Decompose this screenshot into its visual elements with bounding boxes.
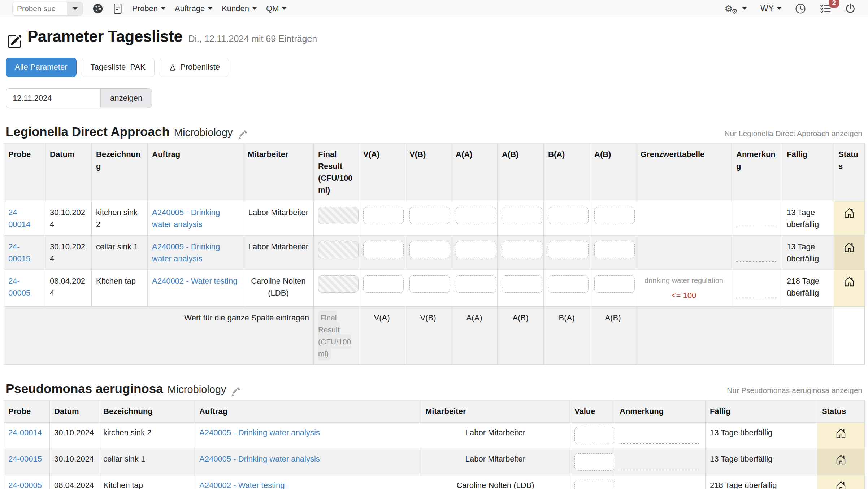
user-menu[interactable]: WY [760, 4, 781, 13]
status-cell [817, 475, 865, 489]
anmerkung-inline-edit[interactable] [736, 298, 776, 298]
menu-kunden[interactable]: Kunden [222, 4, 257, 13]
tagesliste-pak-button[interactable]: Tagesliste_PAK [82, 58, 155, 77]
status-cell [834, 236, 865, 270]
table-row: 24-00015 30.10.2024 cellar sink 1 A24000… [4, 449, 865, 475]
auftrag-link[interactable]: A240005 - Drinking water analysis [199, 454, 320, 463]
menu-kunden-label: Kunden [222, 4, 249, 13]
section1-title: Legionella Direct Approach [6, 125, 170, 139]
house-icon [836, 454, 846, 465]
probe-link[interactable]: 24-00015 [8, 454, 42, 463]
ab2-input[interactable] [594, 207, 635, 224]
bezeichnung-cell: cellar sink 1 [99, 449, 195, 475]
menu-proben[interactable]: Proben [132, 4, 165, 13]
col-status: Status [817, 400, 865, 423]
ba-input[interactable] [548, 207, 589, 224]
ab2-input[interactable] [594, 241, 635, 258]
bezeichnung-cell: cellar sink 1 [92, 236, 148, 270]
aa-input[interactable] [456, 241, 496, 258]
task-list-button[interactable]: 2 [820, 3, 831, 14]
ab-input[interactable] [502, 241, 542, 258]
table-row: 24-00005 08.04.2024 Kitchen tap A240002 … [4, 270, 865, 307]
vb-input[interactable] [409, 275, 450, 293]
vb-input[interactable] [409, 241, 450, 258]
ba-input[interactable] [548, 241, 589, 258]
value-input[interactable] [574, 427, 615, 444]
col-datum: Datum [50, 400, 99, 423]
aa-input[interactable] [456, 207, 496, 224]
auftrag-link[interactable]: A240005 - Drinking water analysis [152, 242, 220, 263]
faellig-cell: 13 Tage überfällig [782, 236, 834, 270]
edit-section1-icon[interactable] [237, 130, 247, 140]
faellig-cell: 13 Tage überfällig [782, 201, 834, 236]
show-button[interactable]: anzeigen [100, 88, 152, 108]
probenliste-button[interactable]: Probenliste [160, 58, 229, 77]
ba-column-button[interactable]: B(A) [548, 312, 585, 324]
all-parameters-button[interactable]: Alle Parameter [6, 58, 77, 77]
col-vb: V(B) [405, 143, 451, 201]
top-navbar: Proben Aufträge Kunden QM ⚙⚙ WY [0, 0, 868, 17]
vb-column-button[interactable]: V(B) [409, 312, 447, 324]
bezeichnung-cell: kitchen sink 2 [99, 423, 195, 449]
datum-cell: 30.10.2024 [45, 236, 92, 270]
house-icon [844, 208, 855, 218]
va-input[interactable] [363, 241, 404, 258]
column-footer-empty [636, 307, 834, 365]
menu-qm[interactable]: QM [266, 4, 286, 13]
legionella-table: Probe Datum Bezeichnung Auftrag Mitarbei… [4, 143, 865, 365]
probe-link[interactable]: 24-00014 [8, 208, 30, 229]
ba-input[interactable] [548, 275, 589, 293]
anmerkung-inline-edit[interactable] [736, 261, 776, 262]
table-row: 24-00005 08.04.2024 Kitchen tap A240002 … [4, 475, 865, 489]
power-icon[interactable] [845, 3, 856, 14]
va-input[interactable] [363, 275, 404, 293]
probe-link[interactable]: 24-00014 [8, 428, 42, 437]
value-input[interactable] [574, 453, 615, 471]
palette-icon[interactable] [92, 3, 103, 14]
aa-column-button[interactable]: A(A) [456, 312, 493, 324]
auftrag-link[interactable]: A240005 - Drinking water analysis [199, 428, 320, 437]
column-footer-row: Wert für die ganze Spalte eintragen Fina… [4, 307, 865, 365]
ab-column-button[interactable]: A(B) [502, 312, 539, 324]
va-column-button[interactable]: V(A) [363, 312, 400, 324]
ab2-column-button[interactable]: A(B) [594, 312, 632, 324]
column-footer-status [834, 307, 865, 365]
date-input[interactable] [6, 88, 100, 108]
only-section1-link[interactable]: Nur Legionella Direct Approach anzeigen [724, 129, 862, 138]
auftrag-link[interactable]: A240002 - Water testing [152, 276, 237, 285]
mitarbeiter-cell: Caroline Nolten (LDB) [421, 475, 570, 489]
col-probe: Probe [4, 400, 50, 423]
ab2-input[interactable] [594, 275, 635, 293]
probe-link[interactable]: 24-00005 [8, 481, 42, 489]
clock-icon[interactable] [795, 3, 806, 14]
search-dropdown-button[interactable] [67, 2, 83, 16]
anmerkung-inline-edit[interactable] [620, 443, 699, 444]
search-input[interactable] [12, 2, 67, 16]
settings-menu[interactable]: ⚙⚙ [725, 4, 747, 13]
section2-title: Pseudomonas aeruginosa [6, 381, 163, 396]
status-cell [834, 270, 865, 307]
status-cell [817, 423, 865, 449]
aa-input[interactable] [456, 275, 496, 293]
grenzwert-cell: drinking water regulation <= 100 [636, 270, 732, 307]
vb-input[interactable] [409, 207, 450, 224]
probe-link[interactable]: 24-00015 [8, 242, 30, 263]
col-ba: B(A) [544, 143, 590, 201]
document-icon[interactable] [113, 3, 123, 14]
value-input[interactable] [574, 480, 615, 489]
edit-title-icon[interactable] [7, 34, 22, 49]
menu-auftraege[interactable]: Aufträge [175, 4, 212, 13]
ab-input[interactable] [502, 207, 542, 224]
probe-link[interactable]: 24-00005 [8, 276, 30, 297]
col-datum: Datum [45, 143, 92, 201]
anmerkung-inline-edit[interactable] [736, 227, 776, 227]
edit-section2-icon[interactable] [230, 387, 240, 397]
only-section2-link[interactable]: Nur Pseudomonas aeruginosa anzeigen [727, 386, 862, 395]
auftrag-link[interactable]: A240002 - Water testing [199, 481, 285, 489]
ab-input[interactable] [502, 275, 542, 293]
col-anmerkung: Anmerkung [732, 143, 782, 201]
anmerkung-inline-edit[interactable] [620, 470, 699, 470]
datum-cell: 08.04.2024 [50, 475, 99, 489]
auftrag-link[interactable]: A240005 - Drinking water analysis [152, 208, 220, 229]
va-input[interactable] [363, 207, 404, 224]
